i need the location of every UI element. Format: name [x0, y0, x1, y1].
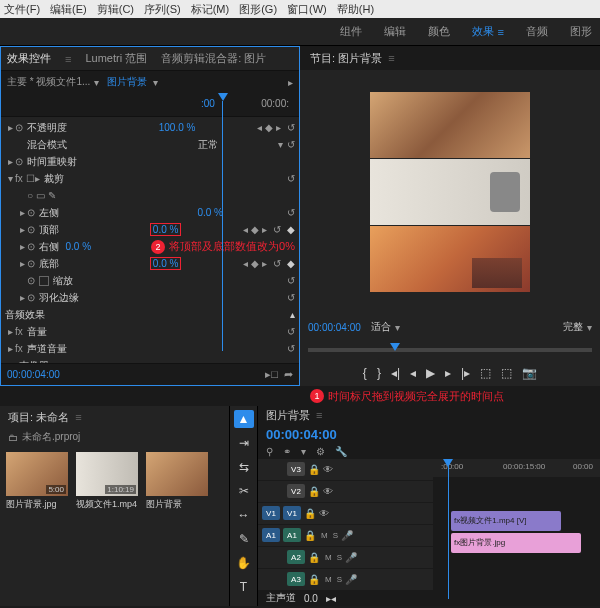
razor-tool-icon[interactable]: ✂ — [234, 482, 254, 500]
twirl-icon[interactable]: ▸ — [5, 122, 15, 133]
source-a1[interactable]: A1 — [262, 528, 280, 542]
step-fwd-icon[interactable]: ▸ — [445, 366, 451, 380]
source-v1[interactable]: V1 — [262, 506, 280, 520]
pen-tool-icon[interactable]: ✎ — [234, 530, 254, 548]
ripple-edit-icon[interactable]: ⇆ — [234, 458, 254, 476]
effects-play-icon[interactable]: ▸□ — [265, 368, 278, 380]
type-tool-icon[interactable]: T — [234, 578, 254, 596]
prop-chvol[interactable]: 声道音量 — [27, 342, 67, 356]
effect-properties: ▸⊙不透明度100.0 %◂ ◆ ▸↺ 混合模式正常▾↺ ▸⊙时间重映射 ▾fx… — [1, 117, 299, 363]
prop-right[interactable]: 右侧 — [39, 240, 59, 254]
snap-icon[interactable]: ⚲ — [266, 446, 273, 457]
hand-tool-icon[interactable]: ✋ — [234, 554, 254, 572]
left-value[interactable]: 0.0 % — [197, 207, 223, 218]
menu-mark[interactable]: 标记(M) — [191, 2, 230, 17]
project-panel: 项目: 未命名≡ 🗀未命名.prproj 5:00图片背景.jpg 1:10:1… — [0, 406, 230, 606]
menu-help[interactable]: 帮助(H) — [337, 2, 374, 17]
annotation-1: 1时间标尺拖到视频完全展开的时间点 — [0, 386, 600, 406]
playhead-icon[interactable] — [390, 343, 400, 351]
tab-audio[interactable]: 音频 — [526, 24, 548, 39]
program-scrubber[interactable] — [300, 340, 600, 360]
slip-tool-icon[interactable]: ↔ — [234, 506, 254, 524]
prop-remap[interactable]: 时间重映射 — [27, 155, 77, 169]
prop-bottom[interactable]: 底部 — [39, 257, 59, 271]
link-icon[interactable]: ⚭ — [283, 446, 291, 457]
selection-tool-icon[interactable]: ▲ — [234, 410, 254, 428]
timeline-panel: 图片背景≡ 00:00:04:00 ⚲ ⚭ ▾ ⚙ 🔧 V3🔒👁 V2🔒👁 V1… — [258, 406, 600, 606]
mark-out-icon[interactable]: } — [377, 366, 381, 380]
effects-share-icon[interactable]: ➦ — [284, 368, 293, 380]
sequence-name: 图片背景 — [266, 408, 310, 423]
clip-item[interactable]: 5:00图片背景.jpg — [6, 452, 68, 511]
effects-mini-timeline[interactable]: :00 00:00: — [1, 93, 299, 117]
step-back-icon[interactable]: ◂ — [410, 366, 416, 380]
audio-effects-header: 音频效果 — [5, 308, 45, 322]
menu-win[interactable]: 窗口(W) — [287, 2, 327, 17]
quality-full[interactable]: 完整 — [563, 320, 583, 334]
prop-zoom[interactable]: 缩放 — [53, 274, 73, 288]
menu-graph[interactable]: 图形(G) — [239, 2, 277, 17]
prop-blend: 混合模式 — [27, 138, 67, 152]
timeline-tracks-area[interactable]: :00:00 00:00:15:00 00:00 fx 视频文件1.mp4 [V… — [433, 459, 600, 591]
play-icon[interactable]: ▶ — [426, 366, 435, 380]
timeline-playhead[interactable] — [448, 459, 449, 599]
effect-controls-panel: 效果控件≡ Lumetri 范围 音频剪辑混合器: 图片 主要 * 视频文件1.… — [0, 46, 300, 386]
tab-graphics[interactable]: 图形 — [570, 24, 592, 39]
effect-crop[interactable]: 裁剪 — [44, 172, 64, 186]
prop-left[interactable]: 左侧 — [39, 206, 59, 220]
reset-icon[interactable]: ↺ — [287, 122, 295, 133]
export-frame-icon[interactable]: 📷 — [522, 366, 537, 380]
tab-color[interactable]: 颜色 — [428, 24, 450, 39]
timeline-clip-video[interactable]: fx 视频文件1.mp4 [V] — [451, 511, 561, 531]
timeline-clip-image[interactable]: fx 图片背景.jpg — [451, 533, 581, 553]
tab-assembly[interactable]: 组件 — [340, 24, 362, 39]
prop-volume[interactable]: 音量 — [27, 325, 47, 339]
zoom-fit[interactable]: 适合 — [371, 320, 391, 334]
meter-icon[interactable]: ▸◂ — [326, 593, 336, 604]
project-title: 项目: 未命名 — [8, 410, 69, 425]
mark-in-icon[interactable]: { — [363, 366, 367, 380]
eye-icon[interactable]: 👁 — [323, 464, 333, 475]
prop-top[interactable]: 顶部 — [39, 223, 59, 237]
wrench-icon[interactable]: 🔧 — [335, 446, 347, 457]
track-headers: V3🔒👁 V2🔒👁 V1V1🔒👁 A1A1🔒MS🎤 A2🔒MS🎤 A3🔒MS🎤 — [258, 459, 433, 591]
playhead-icon[interactable] — [218, 93, 228, 101]
project-bin[interactable]: 5:00图片背景.jpg 1:10:19视频文件1.mp4 图片背景 — [0, 446, 229, 606]
opacity-value[interactable]: 100.0 % — [159, 122, 196, 133]
prev-frame-icon[interactable]: ◂| — [391, 366, 400, 380]
next-frame-icon[interactable]: |▸ — [461, 366, 470, 380]
marker-icon[interactable]: ▾ — [301, 446, 306, 457]
panel-tab-effects[interactable]: 效果控件 — [7, 51, 51, 66]
time-ruler[interactable]: :00:00 00:00:15:00 00:00 — [433, 459, 600, 477]
clip-item[interactable]: 1:10:19视频文件1.mp4 — [76, 452, 138, 511]
blend-value[interactable]: 正常 — [198, 138, 218, 152]
lock-icon[interactable]: 🔒 — [308, 464, 320, 475]
mic-icon[interactable]: 🎤 — [341, 530, 353, 541]
menu-seq[interactable]: 序列(S) — [144, 2, 181, 17]
program-timecode[interactable]: 00:00:04:00 — [308, 322, 361, 333]
extract-icon[interactable]: ⬚ — [501, 366, 512, 380]
panel-tab-audiomix[interactable]: 音频剪辑混合器: 图片 — [161, 51, 266, 66]
menu-file[interactable]: 文件(F) — [4, 2, 40, 17]
prop-feather[interactable]: 羽化边缘 — [39, 291, 79, 305]
track-select-icon[interactable]: ⇥ — [234, 434, 254, 452]
timeline-timecode[interactable]: 00:00:04:00 — [266, 427, 337, 442]
top-value[interactable]: 0.0 % — [150, 223, 182, 236]
panel-tab-lumetri[interactable]: Lumetri 范围 — [85, 51, 147, 66]
folder-icon: 🗀 — [8, 432, 18, 443]
effects-timecode[interactable]: 00:00:04:00 — [7, 369, 60, 380]
tab-editing[interactable]: 编辑 — [384, 24, 406, 39]
right-value[interactable]: 0.0 % — [66, 241, 92, 252]
menu-clip[interactable]: 剪辑(C) — [97, 2, 134, 17]
menu-edit[interactable]: 编辑(E) — [50, 2, 87, 17]
lift-icon[interactable]: ⬚ — [480, 366, 491, 380]
tab-effects[interactable]: 效果 — [472, 24, 494, 39]
clip-item[interactable]: 图片背景 — [146, 452, 208, 511]
settings-icon[interactable]: ⚙ — [316, 446, 325, 457]
zoom-checkbox[interactable] — [39, 276, 49, 286]
annotation-2: 2将顶部及底部数值改为0% — [151, 239, 295, 254]
prop-opacity[interactable]: 不透明度 — [27, 121, 67, 135]
program-viewport[interactable] — [300, 70, 600, 314]
program-monitor: 节目: 图片背景≡ 00:00:04:00 适合▾ 完整▾ { } ◂| ◂ ▶… — [300, 46, 600, 386]
bottom-value[interactable]: 0.0 % — [150, 257, 182, 270]
